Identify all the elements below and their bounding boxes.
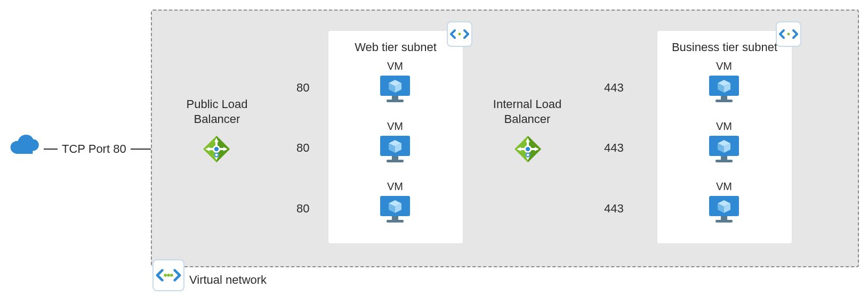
internal-port-3: 443 <box>604 202 624 216</box>
web-vm-3: VM <box>363 180 427 224</box>
business-subnet-title: Business tier subnet <box>657 40 792 54</box>
vm-label: VM <box>692 180 756 193</box>
vm-icon <box>707 194 741 224</box>
vm-icon <box>707 73 741 103</box>
internal-lb-label: Internal LoadBalancer <box>487 97 567 126</box>
load-balancer-icon <box>202 135 231 163</box>
web-vm-2: VM <box>363 120 427 163</box>
vm-icon <box>707 134 741 163</box>
diagram-canvas: Virtual network TCP Port 80 Public LoadB… <box>0 0 868 296</box>
subnet-icon <box>447 21 472 47</box>
vm-label: VM <box>363 180 427 193</box>
vm-label: VM <box>692 60 756 72</box>
public-port-3: 80 <box>296 202 309 216</box>
load-balancer-icon <box>513 135 542 163</box>
cloud-icon <box>5 131 43 157</box>
vm-label: VM <box>363 60 427 72</box>
web-vm-1: VM <box>363 60 427 103</box>
vm-icon <box>378 134 412 163</box>
vm-icon <box>378 73 412 103</box>
vm-label: VM <box>363 120 427 133</box>
vm-label: VM <box>692 120 756 133</box>
internal-port-1: 443 <box>604 81 624 95</box>
virtual-network-label: Virtual network <box>189 273 267 287</box>
public-lb-label: Public LoadBalancer <box>182 97 252 126</box>
internal-port-2: 443 <box>604 141 624 155</box>
subnet-icon <box>776 21 801 47</box>
business-vm-1: VM <box>692 60 756 103</box>
vnet-icon <box>152 259 184 291</box>
business-vm-3: VM <box>692 180 756 224</box>
vm-icon <box>378 194 412 224</box>
business-vm-2: VM <box>692 120 756 163</box>
public-port-1: 80 <box>296 81 309 95</box>
public-port-2: 80 <box>296 141 309 155</box>
web-subnet-title: Web tier subnet <box>328 40 463 54</box>
ingress-label: TCP Port 80 <box>62 142 126 156</box>
